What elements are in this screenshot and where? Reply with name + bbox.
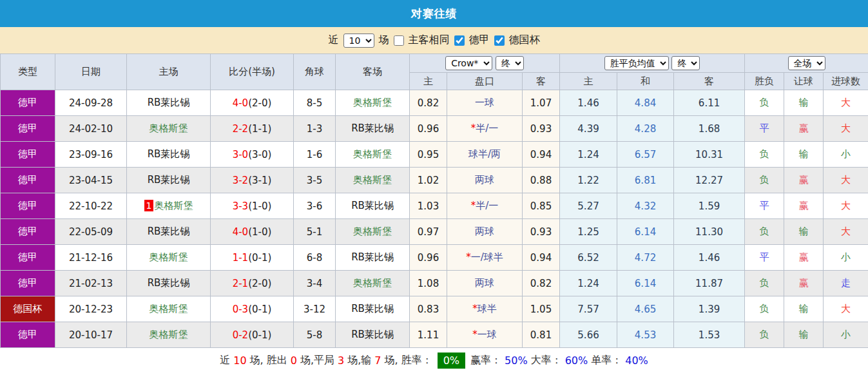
away-team-name: RB莱比锡: [351, 303, 394, 314]
games-label: 场: [379, 34, 389, 47]
avg-away-odds: 1.39: [674, 296, 745, 322]
summary-text: 单率：: [591, 354, 622, 367]
league-label: 德甲: [469, 34, 490, 47]
away-team-cell: 奥格斯堡: [336, 271, 410, 296]
avg-time-select[interactable]: 终: [671, 56, 700, 70]
col-avg-draw: 和: [617, 73, 674, 90]
corners-cell: 1-3: [294, 116, 336, 142]
handicap-cell: 球半/两: [447, 142, 523, 168]
avg-away-odds: 1.53: [674, 322, 745, 348]
crow-home-odds: 1.02: [410, 168, 447, 193]
result-goals-cell: 大: [824, 193, 868, 219]
full-time-score: 2-2: [233, 123, 249, 135]
bookmaker-select[interactable]: Crow*: [445, 56, 492, 70]
col-avg-away: 客: [674, 73, 745, 90]
same-venue-label: 主客相同: [409, 34, 450, 47]
handicap-cell: *一/球半: [447, 245, 523, 271]
league-checkbox[interactable]: [454, 35, 465, 46]
summary-text: 赢率：: [470, 354, 501, 367]
handicap-value: 两球: [475, 174, 494, 186]
home-team-cell: 奥格斯堡: [127, 296, 211, 322]
score-cell: 2-2(1-1): [211, 116, 294, 142]
recent-count-select[interactable]: 10: [343, 34, 374, 48]
cup-checkbox[interactable]: [494, 35, 505, 46]
handicap-star: *: [466, 251, 471, 263]
crow-away-odds: 0.82: [523, 271, 560, 296]
half-time-score: (1-0): [248, 226, 271, 238]
avg-draw-odds: 6.14: [617, 219, 674, 245]
crow-home-odds: 0.96: [410, 116, 447, 142]
title-bar: 对赛往绩: [0, 0, 868, 27]
away-team-name: 奥格斯堡: [353, 277, 392, 289]
result-goals: 大: [841, 97, 851, 108]
result-wdl-cell: 平: [745, 193, 784, 219]
result-handicap: 赢: [799, 251, 809, 263]
result-handicap: 赢: [799, 174, 809, 186]
recent-label: 近: [329, 34, 339, 47]
date-cell: 24-09-28: [55, 90, 127, 116]
result-wdl-cell: 平: [745, 116, 784, 142]
avg-draw-odds: 4.72: [617, 245, 674, 271]
table-row: 德甲 23-09-16 RB莱比锡 3-0(3-0) 1-6 奥格斯堡 0.95…: [1, 142, 868, 168]
result-wdl: 平: [760, 251, 769, 263]
result-goals: 小: [841, 329, 851, 340]
corners-cell: 3-6: [294, 193, 336, 219]
home-team-cell: RB莱比锡: [127, 219, 211, 245]
scope-select[interactable]: 全场: [788, 56, 825, 70]
match-type-badge: 德甲: [1, 168, 55, 193]
avg-away-odds: 11.87: [674, 271, 745, 296]
crow-home-odds: 0.97: [410, 219, 447, 245]
avg-draw-odds: 4.28: [617, 116, 674, 142]
result-goals-cell: 大: [824, 296, 868, 322]
half-time-score: (0-1): [248, 329, 271, 341]
table-row: 德甲 21-12-16 奥格斯堡 1-1(0-1) 6-8 RB莱比锡 0.96…: [1, 245, 868, 271]
avg-group-header: 胜平负均值 终: [560, 54, 745, 73]
result-goals-cell: 大: [824, 168, 868, 193]
avg-home-odds: 5.27: [560, 193, 617, 219]
avg-away-odds: 10.31: [674, 142, 745, 168]
corners-cell: 6-8: [294, 245, 336, 271]
score-cell: 3-3(1-0): [211, 193, 294, 219]
summary-text: 大率：: [531, 354, 562, 367]
half-time-score: (0-1): [248, 304, 271, 315]
handicap-cell: *半/一: [447, 116, 523, 142]
date-cell: 22-10-22: [55, 193, 127, 219]
result-goals: 大: [841, 174, 851, 186]
date-cell: 21-12-16: [55, 245, 127, 271]
handicap-cell: *半/一: [447, 193, 523, 219]
h2h-table: 类型 日期 主场 比分(半场) 角球 客场 Crow* 终 胜平负均值 终 全场…: [0, 53, 868, 348]
home-team-name: 奥格斯堡: [154, 200, 193, 211]
avg-select[interactable]: 胜平负均值: [604, 56, 669, 70]
table-row: 德甲 22-05-09 RB莱比锡 4-0(1-0) 5-1 奥格斯堡 0.97…: [1, 219, 868, 245]
crow-away-odds: 1.07: [523, 90, 560, 116]
handicap-value: 半/一: [476, 200, 498, 211]
home-team-name: 奥格斯堡: [149, 122, 188, 134]
score-cell: 2-1(2-0): [211, 271, 294, 296]
crow-time-select[interactable]: 终: [496, 56, 524, 70]
handicap-value: 两球: [475, 226, 494, 237]
avg-home-odds: 6.52: [560, 245, 617, 271]
result-handicap-cell: 输: [784, 296, 824, 322]
avg-home-odds: 1.25: [560, 219, 617, 245]
same-venue-checkbox[interactable]: [394, 35, 404, 46]
handicap-cell: 两球: [447, 168, 523, 193]
win-rate-badge: 0%: [438, 353, 465, 369]
score-cell: 1-1(0-1): [211, 245, 294, 271]
col-date: 日期: [55, 54, 127, 90]
header-row-groups: 类型 日期 主场 比分(半场) 角球 客场 Crow* 终 胜平负均值 终 全场: [1, 54, 868, 73]
summary-bar: 近 10 场, 胜出 0 场,平局 3 场,输 7 场, 胜率： 0% 赢率： …: [0, 348, 868, 373]
home-team-cell: 1奥格斯堡: [127, 193, 211, 219]
col-avg-home: 主: [560, 73, 617, 90]
away-team-cell: 奥格斯堡: [336, 219, 410, 245]
summary-text: 场, 胜出: [250, 354, 287, 367]
avg-draw-odds: 6.81: [617, 168, 674, 193]
score-cell: 0-2(0-1): [211, 322, 294, 348]
result-goals-cell: 大: [824, 219, 868, 245]
result-handicap-cell: 赢: [784, 116, 824, 142]
result-wdl-cell: 负: [745, 322, 784, 348]
home-team-name: RB莱比锡: [148, 174, 190, 186]
home-team-name: RB莱比锡: [148, 148, 190, 160]
match-type-badge: 德甲: [1, 90, 55, 116]
table-row: 德甲 24-09-28 RB莱比锡 4-0(2-0) 8-5 奥格斯堡 0.82…: [1, 90, 868, 116]
result-wdl: 负: [760, 97, 769, 108]
